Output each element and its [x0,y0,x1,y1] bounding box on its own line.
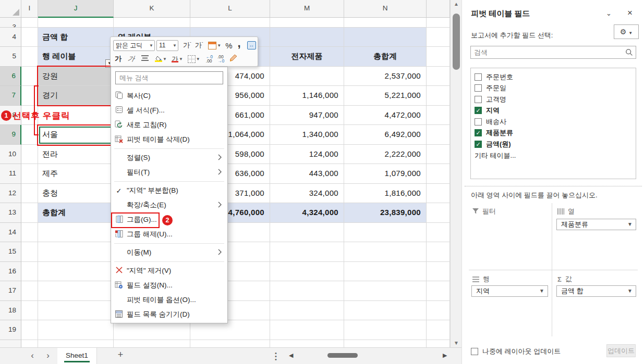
percent-style-icon[interactable]: % [225,41,232,50]
pivot-row-labels-cell[interactable]: 행 레이블 [38,47,114,67]
menu-item-subtotal-region[interactable]: ✓ "지역" 부분합(B) [111,183,227,198]
row-header-19[interactable]: 19 [0,320,21,340]
comma-style-icon[interactable]: , [238,36,241,50]
pivot-rowlabel-jeju[interactable]: 제주 [38,164,114,184]
col-header-l[interactable]: L [190,0,270,18]
checkbox-unchecked[interactable] [475,118,482,125]
format-painter-icon[interactable] [229,54,238,64]
fill-color-icon[interactable] [155,56,162,62]
decrease-decimal-icon[interactable]: ←0.00 [206,55,213,63]
col-header-i[interactable]: I [21,0,38,18]
sheet-tab-sheet1[interactable]: Sheet1 [57,348,97,364]
value-cell[interactable]: 947,000 [270,106,344,125]
chevron-down-icon[interactable]: ▼ [163,57,167,61]
menu-item-expand-collapse[interactable]: 확장/축소(E) [111,198,227,212]
row-header-6[interactable]: 6 [0,67,21,86]
menu-item-move[interactable]: 이동(M) [111,245,227,260]
value-cell[interactable]: 4,324,000 [270,203,344,223]
menu-item-refresh[interactable]: 새로 고침(R) [111,118,227,132]
tab-splitter-icon[interactable]: ••• [275,352,279,361]
update-button[interactable]: 업데이트 [606,344,636,357]
chevron-down-icon[interactable]: ▼ [179,57,183,61]
value-cell[interactable]: 1,340,000 [270,125,344,145]
value-cell[interactable]: 1,079,000 [344,164,427,184]
columns-field-chip[interactable]: 제품분류 ▼ [556,219,636,230]
field-item-shipper[interactable]: 배송사 [475,116,636,128]
checkbox-unchecked[interactable] [471,348,478,355]
row-header-17[interactable]: 17 [0,281,21,301]
new-sheet-icon[interactable]: + [115,349,126,360]
value-cell[interactable]: 4,472,000 [344,106,427,125]
pane-close-icon[interactable]: × [627,8,633,18]
pivot-colhead-grandtotal[interactable]: 총합계 [344,47,427,67]
row-header-11[interactable]: 11 [0,164,21,184]
pane-chevron-down-icon[interactable]: ⌄ [606,9,612,17]
row-header-14[interactable]: 14 [0,223,21,243]
field-item-region[interactable]: ✓ 지역 [475,105,636,117]
chevron-down-icon[interactable]: ▼ [539,286,544,296]
col-header-k[interactable]: K [114,0,190,18]
increase-decimal-icon[interactable]: .00→0 [217,55,224,63]
row-header-12[interactable]: 12 [0,184,21,204]
menu-item-hide-field-list[interactable]: 필드 목록 숨기기(D) [111,307,227,322]
menu-item-format-cells[interactable]: 셀 서식(F)... [111,103,227,118]
defer-layout-update[interactable]: 나중에 레이아웃 업데이트 [471,347,561,356]
decrease-font-size-icon[interactable]: 가ˇ [195,41,203,50]
values-field-chip[interactable]: 금액 합 ▼ [556,285,636,297]
menu-item-delete-pivottable[interactable]: 피벗 테이블 삭제(D) [111,132,227,147]
chevron-down-icon[interactable]: ▼ [627,219,633,230]
checkbox-checked[interactable]: ✓ [475,141,482,148]
italic-icon[interactable]: 가 [127,54,136,64]
col-header-partial[interactable] [427,0,450,18]
tools-gear-button[interactable]: ⚙ ▼ [614,24,639,39]
checkbox-checked[interactable]: ✓ [475,107,482,114]
row-header-9[interactable]: 9 [0,125,21,145]
next-sheet-icon[interactable]: › [43,350,53,361]
borders-icon[interactable] [188,55,196,63]
field-item-order-date[interactable]: 주문일 [475,83,636,94]
col-header-n[interactable]: N [344,0,427,18]
horizontal-scrollbar-thumb[interactable] [327,353,358,358]
col-header-m[interactable]: M [270,0,344,18]
row-header-18[interactable]: 18 [0,301,21,321]
row-header-7[interactable]: 7 [0,86,21,106]
pivot-rowlabel-chungcheong[interactable]: 충청 [38,184,114,204]
field-item-product-category[interactable]: ✓ 제품분류 [475,128,636,139]
pivot-style-icon[interactable] [208,42,216,49]
checkbox-unchecked[interactable] [475,96,482,103]
chevron-down-icon[interactable]: ▼ [627,286,633,296]
row-header-15[interactable]: 15 [0,242,21,262]
pivot-values-caption-cell[interactable]: 금액 합 [38,28,114,47]
align-center-icon[interactable] [141,55,149,62]
row-header-3[interactable]: 3 [0,18,21,28]
field-item-customer-name[interactable]: 고객명 [475,94,636,105]
value-cell[interactable]: 6,492,000 [344,125,427,145]
scroll-right-arrow-icon[interactable]: ▶ [443,352,447,359]
menu-item-pivottable-options[interactable]: 피벗 테이블 옵션(O)... [111,293,227,307]
value-cell[interactable]: 443,000 [270,164,344,184]
row-header-13[interactable]: 13 [0,203,21,223]
field-search-input[interactable] [474,47,620,58]
field-search-box[interactable] [470,46,636,59]
menu-item-filter[interactable]: 필터(T) [111,165,227,180]
scroll-left-arrow-icon[interactable]: ◀ [289,352,293,359]
autofit-icon[interactable]: ↔ [247,41,256,49]
value-cell[interactable]: 2,537,000 [344,67,427,86]
field-item-order-number[interactable]: 주문번호 [475,71,636,83]
checkbox-unchecked[interactable] [475,73,482,81]
menu-item-ungroup[interactable]: 그룹 해제(U)... [111,227,227,242]
font-color-icon[interactable]: 가 [172,56,178,62]
row-header-5[interactable]: 5 [0,47,21,67]
field-item-amount[interactable]: ✓ 금액(원) [475,139,636,150]
checkbox-unchecked[interactable] [475,84,482,92]
vertical-scrollbar[interactable]: ▲ ▼ [450,0,461,347]
menu-item-remove-region[interactable]: "지역" 제거(V) [111,263,227,278]
value-cell[interactable]: 5,221,000 [344,86,427,106]
chevron-down-icon[interactable]: ▼ [217,43,221,48]
col-header-j[interactable]: J [38,0,114,18]
increase-font-size-icon[interactable]: 가ˆ [183,41,191,50]
font-name-combo[interactable]: 맑은 고딕 ▼ [113,40,155,51]
vertical-scrollbar-thumb[interactable] [453,14,460,70]
value-cell[interactable]: 2,222,000 [344,145,427,165]
more-tables-link[interactable]: 기타 테이블... [475,150,636,161]
